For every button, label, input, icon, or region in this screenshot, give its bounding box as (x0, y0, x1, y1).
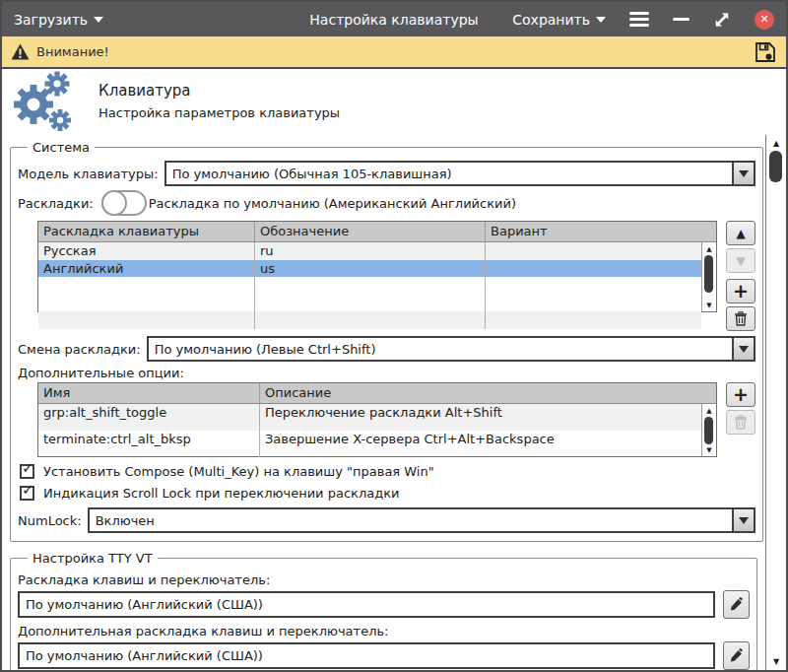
chevron-down-icon (94, 17, 103, 23)
delete-option-button[interactable] (726, 410, 755, 435)
maximize-icon[interactable] (713, 11, 731, 29)
checkbox-checked-icon: ✓ (20, 486, 34, 501)
scroll-down-icon[interactable]: ▼ (766, 655, 786, 668)
column-header[interactable]: Описание (260, 383, 716, 403)
load-menu-label: Загрузить (14, 12, 88, 28)
table-row[interactable]: grp:alt_shift_toggle Переключение раскла… (38, 404, 701, 431)
chevron-down-icon (596, 17, 606, 23)
scroll-lock-checkbox-label: Индикация Scroll Lock при переключении р… (43, 486, 399, 501)
layouts-table: Раскладка клавиатуры Обозначение Вариант… (37, 221, 717, 312)
warning-icon (11, 43, 30, 60)
tty-extra-layout-field[interactable]: По умолчанию (Английский (США)) (18, 642, 715, 669)
numlock-select[interactable]: Включен (88, 507, 755, 533)
layout-switch-label: Смена раскладки: (18, 342, 141, 357)
layouts-table-header: Раскладка клавиатуры Обозначение Вариант (38, 222, 716, 242)
cell-variant (486, 242, 701, 260)
cell-code: ru (255, 242, 486, 260)
system-section: Система Модель клавиатуры: По умолчанию … (10, 140, 763, 542)
cell-code: us (255, 260, 486, 278)
numlock-value: Включен (96, 513, 155, 528)
trash-icon (734, 311, 748, 326)
extra-options-label: Дополнительные опции: (18, 366, 184, 380)
chevron-down-icon[interactable] (732, 163, 754, 184)
save-icon[interactable] (754, 40, 777, 64)
layout-switch-value: По умолчанию (Левые Ctrl+Shift) (155, 342, 376, 357)
numlock-label: NumLock: (18, 513, 82, 528)
delete-layout-button[interactable] (726, 306, 755, 331)
checkbox-checked-icon: ✓ (20, 464, 34, 479)
warning-text: Внимание! (36, 44, 109, 59)
hamburger-menu-icon[interactable] (629, 12, 649, 27)
chevron-down-icon[interactable] (732, 338, 754, 360)
scrollbar-thumb[interactable] (704, 417, 713, 444)
default-layout-toggle[interactable] (101, 190, 147, 216)
chevron-down-icon[interactable] (732, 509, 754, 531)
save-menu-label: Сохранить (512, 12, 590, 28)
layout-switch-select[interactable]: По умолчанию (Левые Ctrl+Shift) (147, 336, 755, 362)
options-table-scrollbar[interactable]: ▲ ▼ (701, 404, 716, 456)
scroll-up-icon[interactable]: ▲ (702, 405, 716, 416)
page-subtitle: Настройка параметров клавиатуры (98, 105, 340, 120)
cell-layout: Русская (38, 242, 255, 260)
tty-section: Настройка TTY VT Раскладка клавиш и пере… (10, 551, 757, 672)
keyboard-model-value: По умолчанию (Обычная 105-клавишная) (172, 167, 452, 181)
table-row-selected[interactable]: Английский us (38, 260, 701, 278)
gears-icon (10, 71, 75, 132)
cell-description: Переключение раскладки Alt+Shift (260, 404, 701, 431)
edit-tty-layout-button[interactable] (723, 590, 750, 619)
layouts-label: Раскладки: (18, 196, 94, 211)
scroll-down-icon[interactable]: ▼ (702, 444, 716, 455)
close-button[interactable]: ✕ (755, 10, 774, 30)
tty-extra-layout-value: По умолчанию (Английский (США)) (26, 648, 263, 663)
cell-variant (486, 260, 701, 278)
options-table: Имя Описание grp:alt_shift_toggle Перекл… (37, 382, 717, 457)
save-menu-button[interactable]: Сохранить (512, 12, 606, 28)
layouts-toggle-text: Раскладка по умолчанию (Американский Анг… (149, 196, 516, 211)
cell-name: grp:alt_shift_toggle (38, 404, 260, 431)
compose-checkbox[interactable]: ✓ Установить Compose (Multi_Key) на клав… (20, 464, 755, 479)
tty-legend: Настройка TTY VT (28, 551, 158, 566)
table-row-empty[interactable] (38, 277, 701, 295)
scroll-up-icon[interactable]: ▲ (702, 243, 716, 254)
compose-checkbox-label: Установить Compose (Multi_Key) на клавиш… (43, 464, 434, 479)
column-header[interactable]: Имя (38, 383, 260, 403)
scroll-down-icon[interactable]: ▼ (702, 300, 716, 310)
column-header[interactable]: Обозначение (255, 222, 486, 241)
edit-tty-extra-layout-button[interactable] (723, 641, 750, 670)
column-header[interactable]: Вариант (486, 222, 716, 241)
tty-extra-layout-label: Дополнительная раскладка клавиш и перекл… (18, 624, 750, 638)
cell-layout: Английский (38, 260, 255, 278)
column-header[interactable]: Раскладка клавиатуры (38, 222, 255, 241)
cell-description: Завершение X-сервера Ctrl+Alt+Backspace (260, 431, 701, 457)
tty-layout-label: Раскладка клавиш и переключатель: (18, 572, 750, 587)
scrollbar-thumb[interactable] (704, 255, 713, 293)
options-table-header: Имя Описание (38, 383, 716, 404)
system-legend: Система (28, 140, 95, 155)
table-row[interactable]: terminate:ctrl_alt_bksp Завершение X-сер… (38, 431, 701, 457)
table-row-empty[interactable] (38, 311, 701, 329)
load-menu-button[interactable]: Загрузить (14, 12, 103, 28)
tty-layout-field[interactable]: По умолчанию (Английский (США)) (18, 591, 715, 618)
scroll-up-icon[interactable]: ▲ (766, 137, 786, 150)
add-layout-button[interactable]: + (726, 279, 755, 303)
layouts-table-scrollbar[interactable]: ▲ ▼ (701, 242, 716, 311)
scrollbar-thumb[interactable] (769, 151, 782, 182)
tty-layout-value: По умолчанию (Английский (США)) (26, 597, 263, 612)
content-area: Система Модель клавиатуры: По умолчанию … (2, 135, 786, 670)
add-option-button[interactable]: + (726, 382, 755, 407)
main-scrollbar[interactable]: ▲ ▼ (765, 135, 786, 670)
scroll-lock-checkbox[interactable]: ✓ Индикация Scroll Lock при переключении… (20, 486, 755, 501)
app-header: Клавиатура Настройка параметров клавиату… (2, 69, 786, 133)
keyboard-settings-window: Настройка клавиатуры Загрузить Сохранить… (0, 0, 788, 672)
table-row-empty[interactable] (38, 295, 701, 312)
minimize-button[interactable] (673, 18, 690, 21)
pencil-icon (729, 648, 744, 663)
titlebar: Настройка клавиатуры Загрузить Сохранить… (2, 2, 786, 36)
move-up-button[interactable]: ▲ (726, 221, 755, 245)
warning-bar: Внимание! (2, 36, 786, 69)
keyboard-model-label: Модель клавиатуры: (18, 167, 159, 181)
table-row[interactable]: Русская ru (38, 242, 701, 260)
keyboard-model-select[interactable]: По умолчанию (Обычная 105-клавишная) (164, 161, 755, 186)
page-title: Клавиатура (98, 82, 340, 100)
move-down-button[interactable]: ▼ (726, 248, 755, 273)
